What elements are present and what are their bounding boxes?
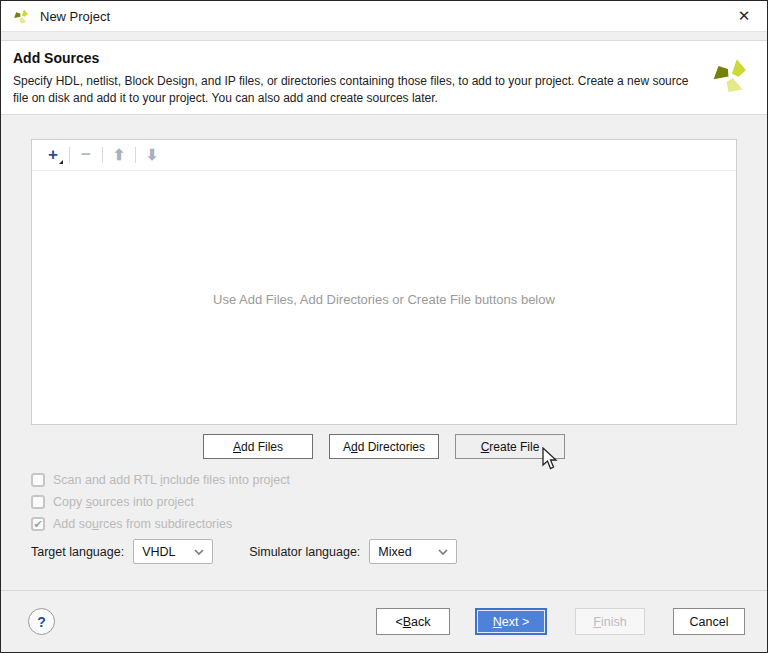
page-title: Add Sources	[13, 50, 697, 66]
page-description: Specify HDL, netlist, Block Design, and …	[13, 73, 697, 107]
back-button[interactable]: < Back	[376, 608, 450, 635]
label-mnemonic: d	[351, 440, 358, 454]
cancel-button[interactable]: Cancel	[673, 608, 745, 635]
selected-value: Mixed	[378, 545, 411, 559]
sources-panel: + − ⬆ ⬇ Use Add Files, Add Directories o…	[31, 139, 737, 425]
label-post: ack	[411, 615, 430, 629]
wizard-body: + − ⬆ ⬇ Use Add Files, Add Directories o…	[1, 139, 767, 564]
label-pre: A	[343, 440, 351, 454]
checkbox-label: Add sources from subdirectories	[53, 517, 232, 531]
scan-rtl-option: Scan and add RTL include files into proj…	[31, 473, 737, 487]
help-icon[interactable]: ?	[28, 608, 55, 635]
label-post: dd Files	[241, 440, 283, 454]
finish-button: Finish	[575, 608, 645, 635]
next-button[interactable]: Next >	[475, 608, 547, 635]
close-icon[interactable]: ✕	[733, 5, 755, 27]
add-directories-button[interactable]: Add Directories	[329, 434, 439, 459]
add-files-button[interactable]: Add Files	[203, 434, 313, 459]
check-icon: ✔	[33, 519, 42, 530]
target-language-label: Target language:	[31, 545, 124, 559]
toolbar-separator	[102, 147, 103, 163]
empty-sources-hint: Use Add Files, Add Directories or Create…	[32, 292, 736, 307]
simulator-language-label: Simulator language:	[249, 545, 360, 559]
language-row: Target language: VHDL Simulator language…	[31, 539, 737, 564]
move-down-icon: ⬇	[140, 143, 164, 167]
add-subdirectories-option: ✔ Add sources from subdirectories	[31, 517, 737, 531]
label-post: d Directories	[358, 440, 425, 454]
plus-dropdown-corner-icon	[59, 160, 63, 164]
toolbar-separator	[69, 147, 70, 163]
mouse-cursor	[541, 447, 560, 471]
wizard-nav-buttons: < Back Next > Finish Cancel	[376, 608, 745, 635]
add-source-icon[interactable]: +	[41, 143, 65, 167]
source-actions-row: Add Files Add Directories Create File	[31, 434, 737, 459]
copy-sources-option: Copy sources into project	[31, 495, 737, 509]
move-up-icon: ⬆	[107, 143, 131, 167]
label-post: inish	[601, 615, 627, 629]
label-post: reate File	[489, 440, 539, 454]
sources-toolbar: + − ⬆ ⬇	[32, 140, 736, 171]
label-mnemonic: F	[593, 615, 601, 629]
chevron-down-icon	[194, 549, 204, 555]
label-mnemonic: A	[233, 440, 241, 454]
label-post: ext >	[502, 615, 529, 629]
options-group: Scan and add RTL include files into proj…	[31, 473, 737, 531]
window-title: New Project	[40, 9, 110, 24]
target-language-select[interactable]: VHDL	[133, 539, 213, 564]
checkbox-label: Copy sources into project	[53, 495, 194, 509]
label-mnemonic: B	[403, 615, 411, 629]
wizard-header: Add Sources Specify HDL, netlist, Block …	[1, 40, 767, 115]
vivado-logo-icon	[13, 8, 30, 25]
wizard-footer: ? < Back Next > Finish Cancel	[1, 590, 767, 652]
checkbox-unchecked	[31, 473, 45, 487]
label-mnemonic: N	[493, 615, 502, 629]
chevron-down-icon	[438, 549, 448, 555]
remove-source-icon: −	[74, 143, 98, 167]
selected-value: VHDL	[142, 545, 175, 559]
label-mnemonic: C	[481, 440, 490, 454]
label-pre: <	[395, 615, 402, 629]
checkbox-unchecked	[31, 495, 45, 509]
checkbox-checked: ✔	[31, 517, 45, 531]
simulator-language-select[interactable]: Mixed	[369, 539, 457, 564]
title-bar: New Project ✕	[1, 1, 767, 32]
checkbox-label: Scan and add RTL include files into proj…	[53, 473, 290, 487]
xilinx-brand-icon	[711, 54, 751, 98]
toolbar-separator	[135, 147, 136, 163]
new-project-dialog: New Project ✕ Add Sources Specify HDL, n…	[0, 0, 768, 653]
plus-glyph: +	[48, 145, 58, 165]
